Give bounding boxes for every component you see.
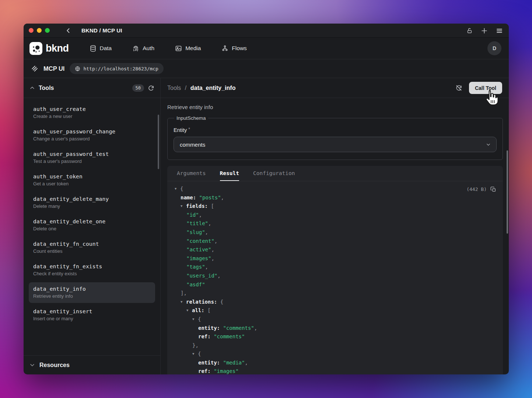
- zoom-window-button[interactable]: [45, 28, 50, 33]
- resources-section-header[interactable]: Resources: [24, 355, 160, 374]
- tools-header-label: Tools: [39, 85, 54, 91]
- minimize-window-button[interactable]: [37, 28, 42, 33]
- json-line: ▼{: [172, 350, 496, 359]
- json-line: "content",: [172, 237, 496, 246]
- tool-detail-header: Tools / data_entity_info Call Tool: [161, 78, 509, 98]
- auto-refresh-off-button[interactable]: [455, 84, 462, 91]
- nav-item-label: Media: [185, 45, 201, 52]
- hamburger-icon: [496, 27, 503, 34]
- back-button[interactable]: [65, 27, 72, 34]
- expander-icon[interactable]: ▼: [192, 350, 198, 359]
- json-line: "users_id",: [172, 272, 496, 280]
- call-tool-button[interactable]: Call Tool: [469, 82, 502, 94]
- window-titlebar: BKND / MCP UI: [24, 24, 509, 38]
- sidebar-item-data_entity_info[interactable]: data_entity_infoRetrieve entity info: [29, 282, 155, 303]
- json-line: entity: "comments",: [172, 324, 496, 333]
- sidebar-item-data_entity_delete_one[interactable]: data_entity_delete_oneDelete one: [29, 215, 155, 235]
- workflow-icon: [221, 45, 228, 52]
- sidebar-item-data_entity_fn_count[interactable]: data_entity_fn_countCount entities: [29, 237, 155, 258]
- json-line: name: "posts",: [172, 193, 496, 202]
- expander-icon[interactable]: ▼: [181, 298, 186, 307]
- sidebar-item-data_entity_insert[interactable]: data_entity_insertInsert one or many: [29, 305, 155, 325]
- tab-configuration[interactable]: Configuration: [253, 166, 295, 181]
- globe-icon: [75, 66, 80, 71]
- refresh-icon: [148, 85, 154, 91]
- sidebar-item-auth_user_password_change[interactable]: auth_user_password_changeChange a user's…: [29, 125, 155, 146]
- json-line: },: [172, 341, 496, 350]
- chevron-up-icon: [29, 85, 35, 91]
- tools-section-header[interactable]: Tools 50: [24, 78, 160, 98]
- copy-result-button[interactable]: [490, 186, 496, 192]
- app-window: BKND / MCP UI bknd DataAuthMediaFlows D: [24, 24, 509, 374]
- nav-item-auth[interactable]: Auth: [132, 45, 154, 52]
- tool-description: Test a user's password: [33, 158, 151, 164]
- tool-description: Retrieve entity info: [33, 293, 151, 299]
- sidebar-item-auth_user_password_test[interactable]: auth_user_password_testTest a user's pas…: [29, 147, 155, 168]
- traffic-lights: [29, 28, 50, 33]
- main-scrollbar[interactable]: [507, 150, 508, 234]
- tool-description: Retrieve entity info: [167, 104, 503, 110]
- mcp-url-pill[interactable]: http://localhost:28623/mcp: [70, 63, 164, 74]
- mcp-title: MCP UI: [43, 65, 64, 72]
- result-size-badge: (442 B): [466, 185, 487, 194]
- json-line: ▼{: [172, 185, 496, 193]
- entity-select[interactable]: comments: [174, 137, 497, 152]
- tab-result[interactable]: Result: [220, 166, 239, 181]
- nav-item-media[interactable]: Media: [175, 45, 201, 52]
- json-line: "slug",: [172, 228, 496, 237]
- brand-logo[interactable]: bknd: [29, 42, 69, 55]
- brand-name: bknd: [46, 43, 69, 54]
- expander-icon[interactable]: ▼: [181, 202, 186, 211]
- plus-icon: [481, 27, 488, 34]
- json-line: ▼fields: [: [172, 202, 496, 211]
- user-avatar[interactable]: D: [487, 41, 501, 55]
- fingerprint-icon: [132, 45, 139, 52]
- breadcrumb-separator: /: [185, 85, 186, 91]
- json-line: "active",: [172, 245, 496, 254]
- required-marker: *: [188, 127, 190, 132]
- tab-arguments[interactable]: Arguments: [177, 166, 206, 181]
- nav-item-flows[interactable]: Flows: [221, 45, 246, 52]
- json-line: ▼{: [172, 315, 496, 324]
- tools-sidebar: Tools 50 auth_user_createCreate a new us…: [24, 78, 161, 374]
- lock-open-icon[interactable]: [466, 28, 473, 34]
- sidebar-scrollbar[interactable]: [158, 115, 159, 169]
- json-line: "id",: [172, 211, 496, 220]
- breadcrumb-section[interactable]: Tools: [167, 85, 181, 91]
- tool-description: Delete one: [33, 226, 151, 231]
- sidebar-item-data_entity_fn_exists[interactable]: data_entity_fn_existsCheck if entity exi…: [29, 260, 155, 280]
- tool-description: Delete many: [33, 203, 151, 209]
- menu-button[interactable]: [496, 27, 503, 34]
- sidebar-item-auth_user_create[interactable]: auth_user_createCreate a new user: [29, 102, 155, 123]
- json-line: entity: "media",: [172, 359, 496, 367]
- tool-description: Count entities: [33, 248, 151, 254]
- close-window-button[interactable]: [29, 28, 34, 33]
- new-tab-button[interactable]: [481, 27, 488, 34]
- tool-name: data_entity_delete_one: [33, 219, 151, 224]
- expander-icon[interactable]: ▼: [192, 315, 198, 324]
- json-line: "images",: [172, 254, 496, 263]
- entity-field-label: Entity*: [174, 127, 497, 133]
- mcp-url: http://localhost:28623/mcp: [83, 66, 158, 71]
- tool-description: Check if entity exists: [33, 271, 151, 276]
- nav-item-label: Data: [100, 45, 112, 52]
- tool-description: Insert one or many: [33, 316, 151, 321]
- bknd-logo-icon: [29, 42, 42, 55]
- tool-name: auth_user_password_change: [33, 129, 151, 135]
- tool-list: auth_user_createCreate a new userauth_us…: [24, 98, 160, 355]
- tool-name: data_entity_info: [33, 286, 151, 292]
- json-line: ▼relations: {: [172, 298, 496, 307]
- json-line: "asdf": [172, 280, 496, 289]
- sidebar-item-data_entity_delete_many[interactable]: data_entity_delete_manyDelete many: [29, 192, 155, 213]
- sidebar-item-auth_user_token[interactable]: auth_user_tokenGet a user token: [29, 170, 155, 191]
- mcp-logo-icon: [31, 65, 38, 72]
- nav-item-data[interactable]: Data: [90, 45, 112, 52]
- expander-icon[interactable]: ▼: [175, 185, 180, 193]
- expander-icon[interactable]: ▼: [186, 306, 192, 315]
- chevron-left-icon: [65, 27, 72, 34]
- nav-items: DataAuthMediaFlows: [90, 45, 247, 52]
- chevron-down-icon: [486, 142, 491, 147]
- json-result-view: (442 B) ▼{name: "posts",▼fields: ["id","…: [167, 181, 503, 374]
- refresh-tools-button[interactable]: [148, 85, 154, 91]
- result-panel: ArgumentsResultConfiguration (442 B) ▼{n…: [167, 166, 503, 374]
